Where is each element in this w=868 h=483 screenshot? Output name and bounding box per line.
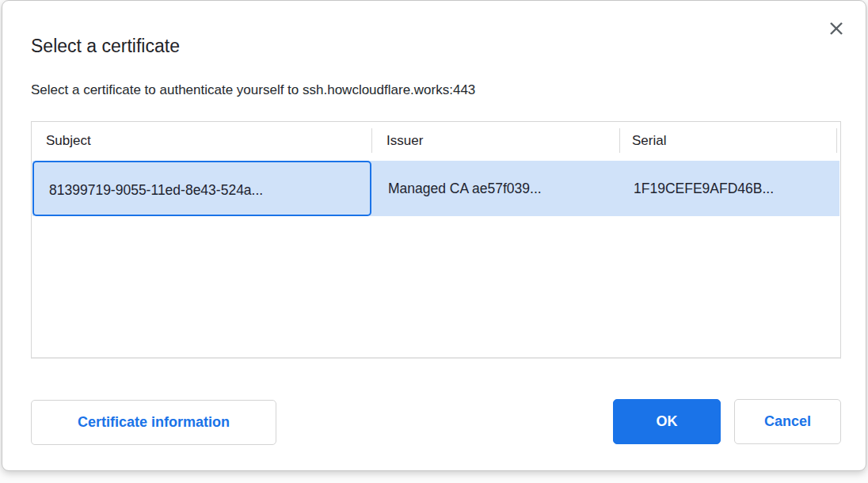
column-header-serial: Serial (632, 133, 666, 149)
ok-button[interactable]: OK (613, 399, 721, 444)
column-divider (371, 128, 372, 153)
certificate-select-dialog: Select a certificate Select a certificat… (2, 0, 866, 471)
cancel-button[interactable]: Cancel (734, 399, 841, 444)
cell-issuer: Managed CA ae57f039... (388, 161, 542, 216)
cell-serial: 1F19CEFE9AFD46B... (634, 161, 774, 216)
column-divider (619, 128, 620, 153)
close-icon (828, 20, 845, 37)
column-header-issuer: Issuer (386, 133, 423, 149)
dialog-subtitle: Select a certificate to authenticate you… (31, 82, 475, 98)
close-button[interactable] (824, 17, 848, 40)
cell-subject[interactable]: 81399719-9055-11ed-8e43-524a... (32, 161, 371, 216)
certificate-row-selected[interactable]: 81399719-9055-11ed-8e43-524a... Managed … (32, 161, 839, 216)
certificate-information-button[interactable]: Certificate information (31, 400, 276, 445)
column-header-subject: Subject (46, 133, 91, 149)
column-divider (836, 128, 837, 153)
table-header: Subject Issuer Serial (32, 122, 840, 160)
certificate-table: Subject Issuer Serial 81399719-9055-11ed… (31, 121, 841, 359)
page-title: Select a certificate (31, 36, 180, 57)
